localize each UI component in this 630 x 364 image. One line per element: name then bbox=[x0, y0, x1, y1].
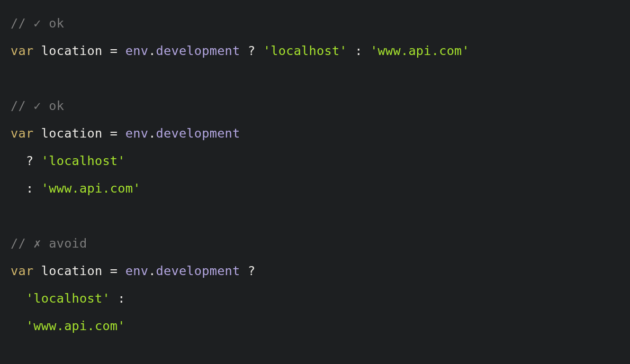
comment-token: // ✓ ok bbox=[11, 98, 64, 113]
object-token: development bbox=[156, 126, 240, 141]
code-line: // ✗ avoid bbox=[11, 236, 87, 251]
code-line: var location = env.development ? 'localh… bbox=[11, 43, 470, 58]
code-line: var location = env.development bbox=[11, 126, 240, 141]
code-line: // ✓ ok bbox=[11, 16, 64, 31]
whitespace bbox=[347, 43, 355, 58]
operator-token: ? bbox=[26, 153, 33, 168]
comment-token: // ✗ avoid bbox=[11, 236, 87, 251]
identifier-token: location bbox=[41, 43, 103, 58]
object-token: env bbox=[125, 263, 148, 278]
operator-token: = bbox=[110, 43, 118, 58]
operator-token: . bbox=[148, 263, 156, 278]
code-line: ? 'localhost' bbox=[11, 153, 125, 168]
whitespace bbox=[118, 263, 125, 278]
comment-token: // ✓ ok bbox=[11, 16, 64, 31]
whitespace bbox=[118, 43, 125, 58]
whitespace bbox=[33, 263, 41, 278]
whitespace bbox=[11, 181, 26, 196]
string-token: 'www.api.com' bbox=[41, 181, 141, 196]
whitespace bbox=[240, 263, 248, 278]
whitespace bbox=[363, 43, 370, 58]
operator-token: ? bbox=[248, 263, 255, 278]
whitespace bbox=[11, 153, 26, 168]
string-token: 'localhost' bbox=[263, 43, 347, 58]
code-line: 'localhost' : bbox=[11, 291, 125, 306]
string-token: 'localhost' bbox=[26, 291, 110, 306]
whitespace bbox=[255, 43, 263, 58]
operator-token: = bbox=[110, 126, 118, 141]
operator-token: . bbox=[148, 43, 156, 58]
whitespace bbox=[33, 43, 41, 58]
code-line: var location = env.development ? bbox=[11, 263, 255, 278]
operator-token: : bbox=[26, 181, 33, 196]
operator-token: : bbox=[355, 43, 362, 58]
object-token: development bbox=[156, 43, 240, 58]
operator-token: = bbox=[110, 263, 118, 278]
whitespace bbox=[118, 126, 125, 141]
identifier-token: location bbox=[41, 126, 103, 141]
string-token: 'www.api.com' bbox=[26, 319, 125, 333]
whitespace bbox=[11, 291, 26, 306]
code-line: : 'www.api.com' bbox=[11, 181, 141, 196]
object-token: env bbox=[125, 43, 148, 58]
keyword-token: var bbox=[11, 43, 33, 58]
object-token: env bbox=[125, 126, 148, 141]
keyword-token: var bbox=[11, 263, 33, 278]
whitespace bbox=[11, 319, 26, 333]
code-line: 'www.api.com' bbox=[11, 319, 125, 333]
object-token: development bbox=[156, 263, 240, 278]
code-line: // ✓ ok bbox=[11, 98, 64, 113]
operator-token: : bbox=[118, 291, 125, 306]
operator-token: . bbox=[148, 126, 156, 141]
whitespace bbox=[110, 291, 118, 306]
whitespace bbox=[33, 181, 41, 196]
keyword-token: var bbox=[11, 126, 33, 141]
string-token: 'localhost' bbox=[41, 153, 125, 168]
whitespace bbox=[102, 43, 110, 58]
whitespace bbox=[33, 153, 41, 168]
whitespace bbox=[240, 43, 248, 58]
code-block: // ✓ ok var location = env.development ?… bbox=[0, 0, 630, 349]
whitespace bbox=[33, 126, 41, 141]
identifier-token: location bbox=[41, 263, 103, 278]
operator-token: ? bbox=[248, 43, 255, 58]
whitespace bbox=[102, 126, 110, 141]
string-token: 'www.api.com' bbox=[370, 43, 470, 58]
whitespace bbox=[102, 263, 110, 278]
